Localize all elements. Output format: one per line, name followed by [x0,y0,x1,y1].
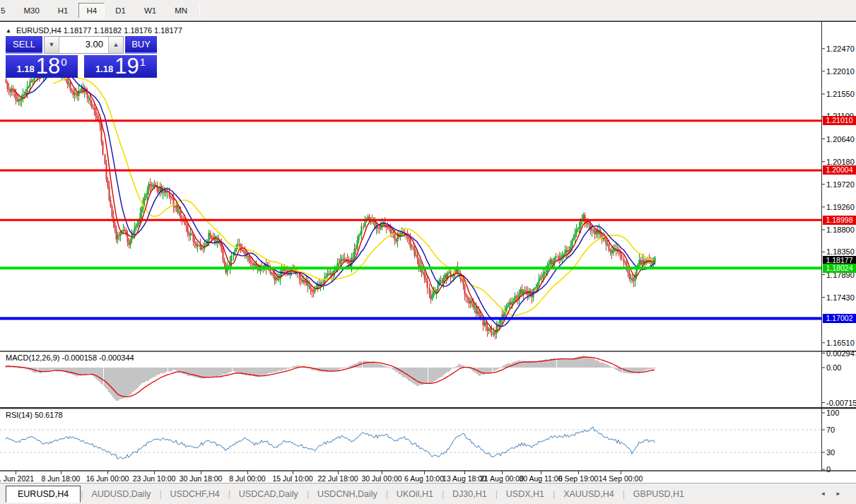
date-tick-label: 8 Jul 00:00 [229,474,265,483]
quote-values: 1.18177 1.18182 1.18176 1.18177 [64,26,182,35]
price-tick: 1.16510 [826,339,855,347]
sell-price-prefix: 1.18 [16,64,34,74]
timeframe-button-m30[interactable]: M30 [16,3,47,18]
chart-plot-area[interactable] [0,22,821,471]
rsi-scale-tick: 70 [826,426,835,434]
price-line-tag: 1.21010 [823,116,856,125]
chart-tab-usdx[interactable]: USDX,H1 [498,487,553,501]
date-tick-label: 23 Jun 10:00 [133,474,176,483]
symbol-label: EURUSD,H4 [16,26,61,35]
timeframe-button-d1[interactable]: D1 [107,3,134,18]
chart-tab-gbpusd[interactable]: GBPUSD,H1 [625,487,693,501]
price-tick: 1.20180 [826,158,855,166]
chart-tab-ukoil[interactable]: UKOil,H1 [388,487,442,501]
rsi-scale-tick: 30 [826,448,835,457]
timeframe-button-h1[interactable]: H1 [50,3,76,18]
chart-tab-usdchf[interactable]: USDCHF,H4 [162,487,228,501]
tab-scroll-left-icon[interactable]: ◄ [815,491,831,497]
date-tick-label: 30 Jun 18:00 [180,474,223,483]
mt4-window: 5M30H1H4D1W1MN ▲ EURUSD,H4 1.18177 1.181… [0,0,856,504]
date-tick-label: 21 Aug 00:00 [480,474,524,483]
collapse-panel-icon[interactable]: ▲ [6,28,11,34]
volume-input[interactable]: 3.00 [59,37,108,53]
buy-button[interactable]: BUY [125,36,157,54]
timeframe-button-w1[interactable]: W1 [136,3,164,18]
price-tick: 1.20640 [826,135,855,143]
price-tick: 1.22470 [826,45,855,53]
buy-price-pip: 1 [140,56,146,68]
chart-tab-xauusd[interactable]: XAUUSD,H4 [555,487,623,501]
price-line-tag: 1.18998 [823,216,856,225]
sell-price-pip: 0 [61,56,66,68]
price-tick: 1.19260 [826,203,855,211]
toolbar-separator [199,4,200,18]
volume-stepper: ▼ 3.00 ▲ [44,36,124,54]
macd-scale-tick: 0.002947 [826,349,856,358]
price-tick: 1.19720 [826,180,855,189]
date-tick-label: 6 Aug 10:00 [404,474,444,483]
price-tick: 1.21550 [826,90,855,98]
date-tick-label: 30 Jul 00:00 [361,474,401,483]
timeframe-button-5[interactable]: 5 [0,3,13,18]
timeframe-button-mn[interactable]: MN [167,3,195,18]
date-tick-label: 30 Aug 11:00 [519,474,562,483]
date-tick-label: 16 Jun 00:00 [86,474,129,483]
date-tick-label: 8 Jun 18:00 [42,474,81,483]
chart-tab-audusd[interactable]: AUDUSD,Daily [83,487,159,501]
one-click-trade-panel: SELL ▼ 3.00 ▲ BUY 1.18 18 0 1.18 19 1 [6,36,157,78]
buy-price-main: 19 [115,57,139,76]
date-tick-label: 22 Jul 18:00 [317,474,358,483]
macd-scale-tick: 0.00 [826,363,841,372]
price-line-tag: 1.17002 [823,314,856,323]
chart-tab-eurusd[interactable]: EURUSD,H4 [6,486,81,503]
chart-header: ▲ EURUSD,H4 1.18177 1.18182 1.18176 1.18… [6,26,182,35]
rsi-scale-tick: 0 [826,465,831,474]
sell-price-main: 18 [36,57,60,76]
chart-tab-bar: EURUSD,H4|AUDUSD,Daily|USDCHF,H4|USDCAD,… [0,483,856,504]
rsi-label: RSI(14) 50.6178 [6,411,63,419]
sell-price-display[interactable]: 1.18 18 0 [6,55,78,78]
price-tick: 1.18350 [826,247,855,256]
buy-price-display[interactable]: 1.18 19 1 [84,55,157,78]
date-tick-label: 15 Jul 10:00 [272,474,312,483]
date-tick-label: 6 Sep 19:00 [558,474,599,483]
chart-tab-usdcad[interactable]: USDCAD,Daily [230,487,307,501]
price-tick: 1.17430 [826,293,855,302]
timeframe-toolbar: 5M30H1H4D1W1MN [0,0,856,21]
chart-tab-usdcnh[interactable]: USDCNH,Daily [309,487,386,501]
tab-scroll-right-icon[interactable]: ► [831,491,846,497]
macd-label: MACD(12,26,9) -0.000158 -0.000344 [6,353,134,362]
macd-scale-tick: -0.007151 [826,399,856,407]
date-tick-label: 14 Sep 00:00 [599,474,643,483]
price-line-tag: 1.18024 [823,264,856,273]
chart-tab-dj30[interactable]: DJ30,H1 [444,487,496,501]
volume-decrease-icon[interactable]: ▼ [45,37,59,53]
date-tick-label: 1 Jun 2021 [0,474,34,483]
timeframe-button-h4[interactable]: H4 [78,3,105,18]
price-tick: 1.18800 [826,225,855,234]
sell-button[interactable]: SELL [6,36,42,54]
volume-increase-icon[interactable]: ▲ [108,37,123,53]
price-tick: 1.22010 [826,67,855,76]
rsi-scale-tick: 100 [826,409,839,417]
buy-price-prefix: 1.18 [95,64,113,74]
price-line-tag: 1.20004 [823,165,856,175]
